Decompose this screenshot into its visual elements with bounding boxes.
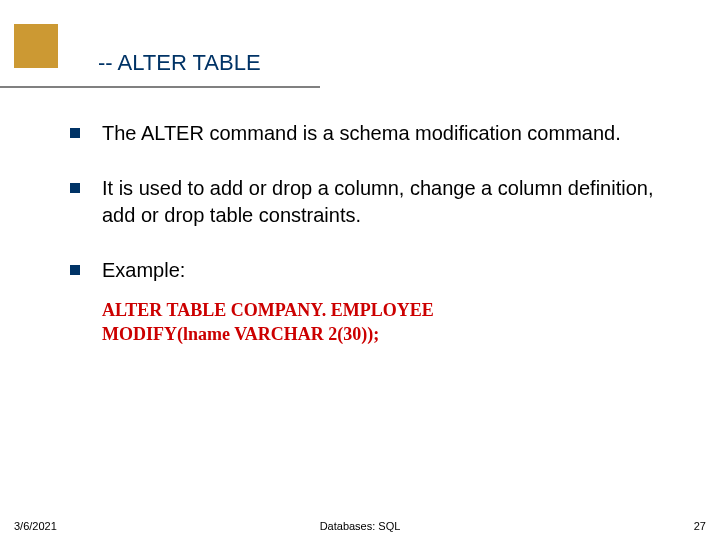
bullet-text: Example: [102,257,185,284]
bullet-square-icon [70,183,80,193]
bullet-text: It is used to add or drop a column, chan… [102,175,680,229]
code-example: ALTER TABLE COMPANY. EMPLOYEE MODIFY(lna… [102,298,680,347]
title-underline [0,86,320,88]
slide: -- ALTER TABLE The ALTER command is a sc… [0,0,720,540]
slide-title: -- ALTER TABLE [98,50,261,76]
code-line: MODIFY(lname VARCHAR 2(30)); [102,322,680,346]
bullet-item: Example: [70,257,680,284]
code-line: ALTER TABLE COMPANY. EMPLOYEE [102,298,680,322]
bullet-item: The ALTER command is a schema modificati… [70,120,680,147]
footer-date: 3/6/2021 [14,520,57,532]
bullet-square-icon [70,128,80,138]
bullet-item: It is used to add or drop a column, chan… [70,175,680,229]
footer-title: Databases: SQL [320,520,401,532]
title-block: -- ALTER TABLE [0,44,320,88]
body-content: The ALTER command is a schema modificati… [70,120,680,347]
bullet-square-icon [70,265,80,275]
footer-page-number: 27 [694,520,706,532]
bullet-text: The ALTER command is a schema modificati… [102,120,621,147]
title-accent-box [14,24,58,68]
